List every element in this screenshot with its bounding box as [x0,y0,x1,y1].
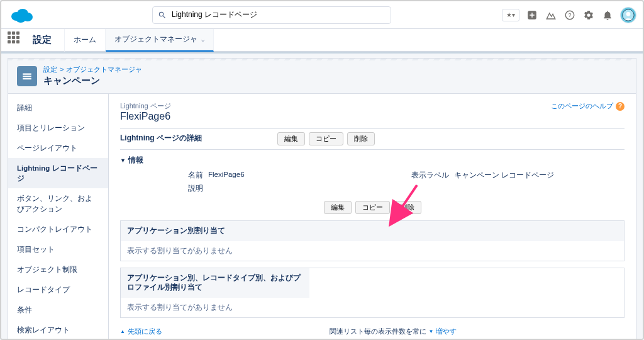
sidebar-item-page-layouts[interactable]: ページレイアウト [8,138,108,158]
favorites-button[interactable]: ★▾ [502,9,519,21]
help-icon[interactable]: ? [564,9,576,21]
field-name-value: FlexiPage6 [208,171,379,180]
svg-point-8 [626,12,631,16]
panel-profile-assignment: アプリケーション別、レコードタイプ別、およびプロファイル別割り当て 表示する割り… [120,268,625,318]
delete-button-2[interactable]: 削除 [394,201,421,214]
object-sidebar: 詳細 項目とリレーション ページレイアウト Lightning レコードページ … [8,94,109,340]
field-description-label: 説明 [120,184,208,193]
search-input[interactable] [172,11,386,20]
page-help-link[interactable]: このページのヘルプ ? [551,101,625,111]
sidebar-item-search-layouts[interactable]: 検索レイアウト [8,320,108,340]
copy-button-2[interactable]: コピー [355,201,390,214]
global-search[interactable] [152,6,391,24]
sidebar-item-compact-layouts[interactable]: コンパクトレイアウト [8,219,108,239]
detail-pane: Lightning ページ FlexiPage6 このページのヘルプ ? Lig… [109,94,636,340]
app-launcher-icon[interactable] [8,31,25,49]
field-display-label: 表示ラベル [379,171,454,180]
field-display-value: キャンペーン レコードページ [454,171,625,180]
back-to-top-link[interactable]: 先頭に戻る [128,327,162,336]
help-badge-icon: ? [616,102,625,111]
sidebar-item-fields[interactable]: 項目とリレーション [8,118,108,138]
copy-button[interactable]: コピー [309,132,343,145]
list-rows-label: 関連リスト毎の表示件数を常に [330,327,426,336]
trailhead-icon[interactable] [545,9,557,21]
object-title: キャンペーン [43,75,142,87]
sidebar-item-buttons-links[interactable]: ボタン、リンク、およびアクション [8,188,108,218]
field-description-value [208,184,379,193]
delete-button[interactable]: 削除 [347,132,375,145]
salesforce-logo [8,6,35,25]
setup-gear-icon[interactable] [582,9,595,21]
record-type-label: Lightning ページ [120,101,171,111]
breadcrumb-object-manager[interactable]: オブジェクトマネージャ [66,65,142,73]
user-avatar[interactable] [620,7,636,23]
chevron-down-icon: ⌵ [201,37,204,43]
breadcrumb-setup[interactable]: 設定 [43,65,57,73]
page-header: 設定>オブジェクトマネージャ キャンペーン [8,58,636,94]
down-triangle-icon [429,329,434,334]
up-triangle-icon [120,329,125,334]
panel-app-assignment: アプリケーション別割り当て 表示する割り当てがありません [120,220,625,261]
add-icon[interactable] [526,9,538,21]
edit-button[interactable]: 編集 [277,132,305,145]
sidebar-item-field-sets[interactable]: 項目セット [8,239,108,259]
sidebar-item-lightning-pages[interactable]: Lightning レコードページ [8,158,108,188]
panel-profile-assignment-body: 表示する割り当てがありません [121,298,624,317]
breadcrumb: 設定>オブジェクトマネージャ [43,65,142,74]
edit-button-2[interactable]: 編集 [324,201,352,214]
field-name-label: 名前 [120,171,208,180]
tab-object-manager[interactable]: オブジェクトマネージャ⌵ [106,29,214,52]
sidebar-item-object-limits[interactable]: オブジェクト制限 [8,259,108,280]
setup-nav: 設定 ホーム オブジェクトマネージャ⌵ [1,29,643,52]
record-title: FlexiPage6 [120,111,171,122]
sidebar-item-record-types[interactable]: レコードタイプ [8,280,108,300]
tab-home[interactable]: ホーム [64,29,106,52]
svg-point-3 [16,15,26,23]
increase-link[interactable]: 増やす [436,327,457,336]
panel-profile-assignment-title: アプリケーション別、レコードタイプ別、およびプロファイル別割り当て [121,268,309,298]
app-title: 設定 [33,34,52,46]
sidebar-item-detail[interactable]: 詳細 [8,98,108,118]
svg-text:?: ? [568,12,571,18]
search-icon [158,11,167,20]
object-icon [17,66,37,86]
sidebar-item-conditions[interactable]: 条件 [8,300,108,320]
info-header: 情報 [120,155,625,166]
panel-app-assignment-body: 表示する割り当てがありません [121,241,624,261]
panel-app-assignment-title: アプリケーション別割り当て [121,221,624,241]
global-header: ★▾ ? [1,1,643,29]
notifications-bell-icon[interactable] [601,9,614,21]
